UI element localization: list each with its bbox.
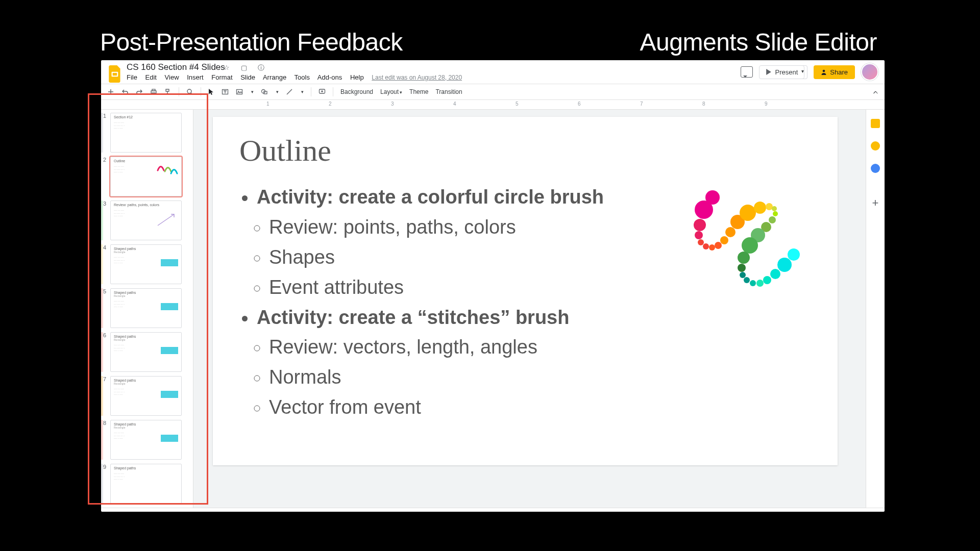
slide-thumbnail[interactable]: 1 Section #12 ––– –– ––––– ––– –– –––– –… — [110, 113, 193, 153]
line-dropdown-icon[interactable]: ▾ — [301, 89, 304, 94]
svg-rect-4 — [152, 89, 155, 91]
ruler-tick: 4 — [453, 101, 456, 107]
ruler-tick: 5 — [516, 101, 519, 107]
ruler-tick: 2 — [329, 101, 332, 107]
add-addon-icon[interactable]: + — [872, 196, 879, 210]
menu-edit[interactable]: Edit — [145, 73, 157, 81]
ruler-tick: 3 — [391, 101, 394, 107]
line-icon[interactable] — [286, 88, 293, 95]
menu-view[interactable]: View — [165, 73, 179, 81]
svg-point-40 — [770, 269, 780, 279]
svg-point-25 — [754, 202, 766, 214]
svg-point-20 — [715, 242, 722, 249]
menu-tools[interactable]: Tools — [295, 73, 310, 81]
ruler-tick: 8 — [702, 101, 705, 107]
toolbar-layout[interactable]: Layout▾ — [380, 88, 402, 95]
thumb-number: 5 — [103, 288, 106, 294]
last-edit-text[interactable]: Last edit was on August 28, 2020 — [372, 74, 462, 81]
toolbar-collapse-icon[interactable]: ᨈ — [873, 88, 878, 95]
slides-editor-window: CS 160 Section #4 Slides ☆ ▢ ⓘ File Edit… — [101, 60, 885, 512]
slide-thumbnail[interactable]: 5 Shaped pathsRectangle ––– –– ––––– –––… — [110, 288, 193, 328]
ruler-tick: 7 — [640, 101, 643, 107]
svg-point-19 — [709, 244, 715, 251]
svg-point-29 — [769, 216, 776, 223]
paint-format-icon[interactable] — [164, 88, 172, 95]
slide-thumbnail[interactable]: 2 Outline ––– –– ––––– ––– –– –––– – ––– — [110, 157, 193, 196]
redo-icon[interactable] — [136, 88, 143, 95]
tasks-addon-icon[interactable] — [871, 164, 880, 173]
thumb-number: 4 — [103, 244, 106, 251]
slide-subbullet: Vector from event — [269, 392, 604, 422]
menu-slide[interactable]: Slide — [240, 73, 255, 81]
comment-add-icon[interactable] — [318, 88, 326, 95]
shape-dropdown-icon[interactable]: ▾ — [276, 89, 279, 94]
svg-point-17 — [698, 239, 704, 245]
toolbar-theme[interactable]: Theme — [409, 88, 428, 95]
slide-thumbnail[interactable]: 3 Review: paths, points, colors ––– –– –… — [110, 201, 193, 240]
thumb-number: 8 — [103, 420, 106, 426]
svg-rect-1 — [113, 73, 117, 76]
slide-subbullet: Normals — [269, 362, 604, 392]
ruler-tick: 9 — [765, 101, 768, 107]
slide-thumbnail[interactable]: 6 Shaped pathsRectangle ––– –– ––––– –––… — [110, 332, 193, 372]
svg-point-37 — [750, 280, 756, 286]
textbox-icon[interactable] — [222, 88, 229, 95]
svg-point-42 — [788, 248, 800, 261]
print-icon[interactable] — [150, 88, 157, 95]
toolbar-background[interactable]: Background — [340, 88, 373, 95]
slide-body[interactable]: Activity: create a colorful circle brush… — [239, 182, 604, 422]
svg-point-21 — [720, 236, 728, 244]
present-button[interactable]: Present — [759, 65, 804, 79]
slide-subbullet: Event attributes — [269, 272, 604, 303]
menu-format[interactable]: Format — [211, 73, 232, 81]
svg-point-24 — [740, 205, 756, 221]
svg-point-18 — [703, 243, 709, 249]
menu-bar: File Edit View Insert Format Slide Arran… — [127, 73, 468, 81]
slide-thumbnail[interactable]: 8 Shaped pathsRectangle ––– –– ––––– –––… — [110, 420, 193, 460]
play-icon — [766, 69, 772, 75]
speaker-notes[interactable]: lick to add speaker notes — [101, 508, 885, 512]
new-slide-icon[interactable] — [107, 88, 114, 95]
share-button[interactable]: Share — [814, 65, 855, 79]
present-dropdown[interactable]: ▾ — [798, 65, 807, 79]
shape-icon[interactable] — [261, 88, 268, 95]
svg-point-27 — [772, 206, 777, 211]
svg-point-6 — [187, 89, 191, 93]
document-title[interactable]: CS 160 Section #4 Slides — [127, 62, 225, 72]
menu-file[interactable]: File — [127, 73, 137, 81]
zoom-icon[interactable] — [186, 88, 193, 95]
slide-canvas[interactable]: Outline Activity: create a colorful circ… — [213, 117, 838, 465]
slide-title[interactable]: Outline — [239, 133, 331, 168]
caption-left: Post-Presentation Feedback — [100, 28, 403, 56]
thumb-number: 2 — [103, 157, 106, 163]
image-dropdown-icon[interactable]: ▾ — [251, 89, 254, 94]
comments-icon[interactable] — [741, 66, 753, 78]
account-avatar[interactable] — [861, 63, 878, 81]
person-icon — [821, 69, 827, 75]
doc-quick-icons[interactable]: ☆ ▢ ⓘ — [224, 63, 269, 72]
menu-arrange[interactable]: Arrange — [263, 73, 286, 81]
select-cursor-icon[interactable] — [208, 88, 214, 95]
slide-thumbnail[interactable]: 7 Shaped pathsRectangle ––– –– ––––– –––… — [110, 376, 193, 416]
slide-bullet-activity2: Activity: create a “stitches” brush — [257, 303, 604, 333]
toolbar: ▾ ▾ ▾ Background Layout▾ Theme Transitio… — [101, 84, 885, 100]
svg-point-35 — [740, 272, 746, 278]
toolbar-transition[interactable]: Transition — [435, 88, 462, 95]
svg-point-14 — [695, 201, 713, 219]
slide-thumbnail[interactable]: 9 Shaped paths ––– –– ––––– ––– –– –––– … — [110, 464, 193, 504]
svg-point-36 — [744, 277, 750, 283]
svg-point-16 — [695, 231, 703, 239]
calendar-addon-icon[interactable] — [871, 119, 880, 128]
title-bar: CS 160 Section #4 Slides ☆ ▢ ⓘ File Edit… — [101, 60, 885, 84]
canvas-area[interactable]: Outline Activity: create a colorful circ… — [193, 110, 866, 508]
thumb-number: 9 — [103, 464, 106, 470]
menu-addons[interactable]: Add-ons — [317, 73, 342, 81]
undo-icon[interactable] — [121, 88, 129, 95]
svg-point-39 — [763, 276, 771, 284]
slide-thumbnail[interactable]: 4 Shaped pathsRectangle ––– –– ––––– –––… — [110, 244, 193, 284]
keep-addon-icon[interactable] — [871, 141, 880, 151]
menu-help[interactable]: Help — [350, 73, 364, 81]
slide-thumbnails-panel[interactable]: 1 Section #12 ––– –– ––––– ––– –– –––– –… — [101, 110, 193, 508]
menu-insert[interactable]: Insert — [187, 73, 204, 81]
image-icon[interactable] — [236, 88, 243, 95]
